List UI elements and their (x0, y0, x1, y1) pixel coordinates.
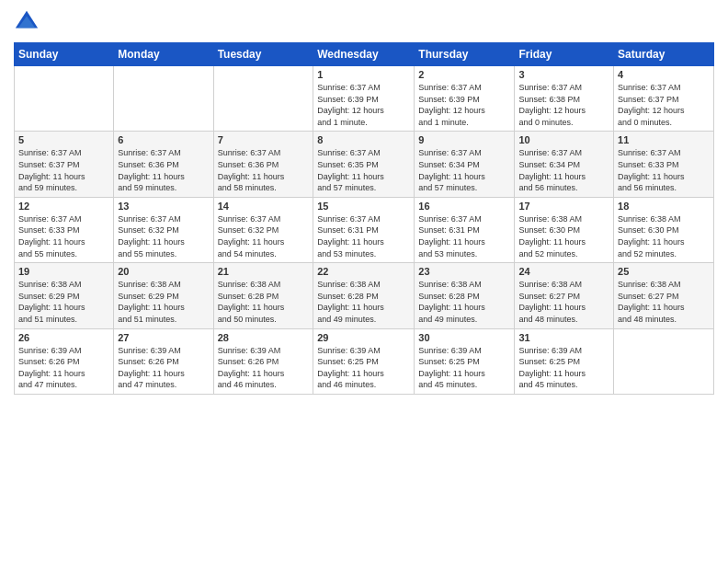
day-number: 19 (18, 266, 109, 277)
calendar-cell: 8Sunrise: 6:37 AM Sunset: 6:35 PM Daylig… (313, 132, 415, 197)
calendar-cell: 18Sunrise: 6:38 AM Sunset: 6:30 PM Dayli… (614, 197, 714, 262)
day-number: 29 (317, 332, 410, 343)
day-info: Sunrise: 6:39 AM Sunset: 6:25 PM Dayligh… (317, 345, 410, 391)
calendar-cell: 3Sunrise: 6:37 AM Sunset: 6:38 PM Daylig… (515, 66, 614, 132)
calendar-cell: 13Sunrise: 6:37 AM Sunset: 6:32 PM Dayli… (114, 197, 213, 262)
day-number: 9 (418, 134, 510, 145)
calendar-cell (114, 66, 213, 132)
page: SundayMondayTuesdayWednesdayThursdayFrid… (0, 0, 728, 563)
day-info: Sunrise: 6:37 AM Sunset: 6:39 PM Dayligh… (317, 82, 410, 128)
calendar-cell: 28Sunrise: 6:39 AM Sunset: 6:26 PM Dayli… (213, 328, 313, 394)
day-number: 11 (618, 134, 710, 145)
week-row-2: 5Sunrise: 6:37 AM Sunset: 6:37 PM Daylig… (15, 132, 714, 197)
day-info: Sunrise: 6:38 AM Sunset: 6:28 PM Dayligh… (418, 279, 510, 325)
day-number: 22 (317, 266, 410, 277)
week-row-3: 12Sunrise: 6:37 AM Sunset: 6:33 PM Dayli… (15, 197, 714, 262)
day-info: Sunrise: 6:37 AM Sunset: 6:36 PM Dayligh… (118, 147, 209, 193)
day-info: Sunrise: 6:39 AM Sunset: 6:25 PM Dayligh… (518, 345, 609, 391)
day-number: 15 (317, 201, 410, 212)
calendar-cell: 16Sunrise: 6:37 AM Sunset: 6:31 PM Dayli… (415, 197, 515, 262)
calendar-cell (15, 66, 114, 132)
calendar-cell: 2Sunrise: 6:37 AM Sunset: 6:39 PM Daylig… (415, 66, 515, 132)
calendar-cell: 11Sunrise: 6:37 AM Sunset: 6:33 PM Dayli… (614, 132, 714, 197)
day-info: Sunrise: 6:38 AM Sunset: 6:30 PM Dayligh… (618, 213, 710, 259)
calendar-cell: 27Sunrise: 6:39 AM Sunset: 6:26 PM Dayli… (114, 328, 213, 394)
day-number: 28 (218, 332, 310, 343)
day-number: 2 (418, 69, 510, 80)
calendar-cell: 31Sunrise: 6:39 AM Sunset: 6:25 PM Dayli… (515, 328, 614, 394)
calendar-cell: 30Sunrise: 6:39 AM Sunset: 6:25 PM Dayli… (415, 328, 515, 394)
day-number: 23 (418, 266, 510, 277)
day-number: 5 (18, 134, 109, 145)
day-info: Sunrise: 6:37 AM Sunset: 6:33 PM Dayligh… (618, 147, 710, 193)
day-info: Sunrise: 6:38 AM Sunset: 6:27 PM Dayligh… (618, 279, 710, 325)
calendar-cell: 1Sunrise: 6:37 AM Sunset: 6:39 PM Daylig… (313, 66, 415, 132)
day-info: Sunrise: 6:38 AM Sunset: 6:30 PM Dayligh… (518, 213, 609, 259)
day-number: 26 (18, 332, 109, 343)
day-number: 6 (118, 134, 209, 145)
day-info: Sunrise: 6:37 AM Sunset: 6:32 PM Dayligh… (218, 213, 310, 259)
calendar-cell: 24Sunrise: 6:38 AM Sunset: 6:27 PM Dayli… (515, 263, 614, 328)
day-number: 4 (618, 69, 710, 80)
day-info: Sunrise: 6:37 AM Sunset: 6:34 PM Dayligh… (518, 147, 609, 193)
day-info: Sunrise: 6:37 AM Sunset: 6:31 PM Dayligh… (317, 213, 410, 259)
day-info: Sunrise: 6:39 AM Sunset: 6:26 PM Dayligh… (218, 345, 310, 391)
day-info: Sunrise: 6:39 AM Sunset: 6:26 PM Dayligh… (118, 345, 209, 391)
day-number: 18 (618, 201, 710, 212)
calendar-cell: 22Sunrise: 6:38 AM Sunset: 6:28 PM Dayli… (313, 263, 415, 328)
day-info: Sunrise: 6:38 AM Sunset: 6:27 PM Dayligh… (518, 279, 609, 325)
day-number: 20 (118, 266, 209, 277)
calendar-cell: 5Sunrise: 6:37 AM Sunset: 6:37 PM Daylig… (15, 132, 114, 197)
day-info: Sunrise: 6:39 AM Sunset: 6:26 PM Dayligh… (18, 345, 109, 391)
day-number: 16 (418, 201, 510, 212)
logo (14, 9, 43, 35)
day-number: 24 (518, 266, 609, 277)
calendar-cell: 19Sunrise: 6:38 AM Sunset: 6:29 PM Dayli… (15, 263, 114, 328)
day-number: 3 (518, 69, 609, 80)
day-info: Sunrise: 6:37 AM Sunset: 6:39 PM Dayligh… (418, 82, 510, 128)
day-header-friday: Friday (515, 43, 614, 66)
logo-icon (14, 9, 40, 35)
calendar-cell: 9Sunrise: 6:37 AM Sunset: 6:34 PM Daylig… (415, 132, 515, 197)
calendar-cell: 12Sunrise: 6:37 AM Sunset: 6:33 PM Dayli… (15, 197, 114, 262)
day-number: 12 (18, 201, 109, 212)
day-info: Sunrise: 6:37 AM Sunset: 6:36 PM Dayligh… (218, 147, 310, 193)
week-row-1: 1Sunrise: 6:37 AM Sunset: 6:39 PM Daylig… (15, 66, 714, 132)
day-number: 10 (518, 134, 609, 145)
day-number: 30 (418, 332, 510, 343)
day-info: Sunrise: 6:37 AM Sunset: 6:37 PM Dayligh… (18, 147, 109, 193)
calendar-cell: 6Sunrise: 6:37 AM Sunset: 6:36 PM Daylig… (114, 132, 213, 197)
day-number: 25 (618, 266, 710, 277)
day-info: Sunrise: 6:37 AM Sunset: 6:33 PM Dayligh… (18, 213, 109, 259)
day-number: 31 (518, 332, 609, 343)
calendar-cell: 21Sunrise: 6:38 AM Sunset: 6:28 PM Dayli… (213, 263, 313, 328)
day-info: Sunrise: 6:38 AM Sunset: 6:28 PM Dayligh… (317, 279, 410, 325)
day-number: 27 (118, 332, 209, 343)
day-header-tuesday: Tuesday (213, 43, 313, 66)
day-number: 17 (518, 201, 609, 212)
week-row-5: 26Sunrise: 6:39 AM Sunset: 6:26 PM Dayli… (15, 328, 714, 394)
day-header-sunday: Sunday (15, 43, 114, 66)
day-info: Sunrise: 6:37 AM Sunset: 6:38 PM Dayligh… (518, 82, 609, 128)
calendar-cell: 29Sunrise: 6:39 AM Sunset: 6:25 PM Dayli… (313, 328, 415, 394)
calendar-cell: 23Sunrise: 6:38 AM Sunset: 6:28 PM Dayli… (415, 263, 515, 328)
day-header-thursday: Thursday (415, 43, 515, 66)
day-number: 1 (317, 69, 410, 80)
day-number: 14 (218, 201, 310, 212)
day-header-wednesday: Wednesday (313, 43, 415, 66)
calendar: SundayMondayTuesdayWednesdayThursdayFrid… (14, 42, 714, 395)
day-info: Sunrise: 6:38 AM Sunset: 6:28 PM Dayligh… (218, 279, 310, 325)
calendar-cell: 10Sunrise: 6:37 AM Sunset: 6:34 PM Dayli… (515, 132, 614, 197)
day-info: Sunrise: 6:37 AM Sunset: 6:37 PM Dayligh… (618, 82, 710, 128)
day-header-saturday: Saturday (614, 43, 714, 66)
calendar-cell (614, 328, 714, 394)
day-info: Sunrise: 6:38 AM Sunset: 6:29 PM Dayligh… (18, 279, 109, 325)
week-row-4: 19Sunrise: 6:38 AM Sunset: 6:29 PM Dayli… (15, 263, 714, 328)
day-info: Sunrise: 6:38 AM Sunset: 6:29 PM Dayligh… (118, 279, 209, 325)
calendar-cell: 17Sunrise: 6:38 AM Sunset: 6:30 PM Dayli… (515, 197, 614, 262)
day-number: 7 (218, 134, 310, 145)
day-info: Sunrise: 6:37 AM Sunset: 6:35 PM Dayligh… (317, 147, 410, 193)
day-number: 21 (218, 266, 310, 277)
day-number: 13 (118, 201, 209, 212)
header (14, 9, 714, 35)
